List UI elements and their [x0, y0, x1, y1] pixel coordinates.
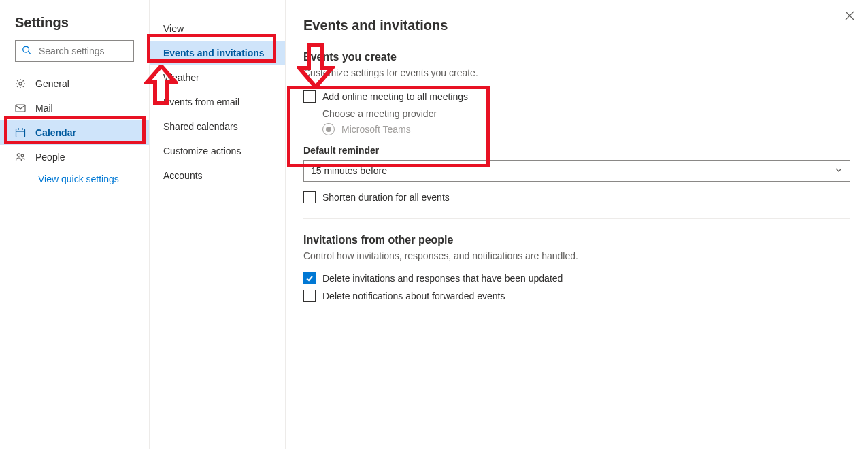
mid-item-events-email[interactable]: Events from email	[150, 90, 285, 114]
checkbox-shorten-duration-label: Shorten duration for all events	[322, 192, 450, 203]
mid-item-customize-actions[interactable]: Customize actions	[150, 139, 285, 163]
page-title: Events and invitations	[303, 18, 850, 33]
mid-item-view[interactable]: View	[150, 16, 285, 41]
section-divider	[303, 218, 850, 219]
checkbox-delete-invitations[interactable]	[303, 272, 316, 284]
default-reminder-select[interactable]: 15 minutes before	[303, 160, 850, 182]
chevron-down-icon	[835, 165, 843, 176]
default-reminder-label: Default reminder	[303, 145, 850, 156]
people-icon	[15, 152, 26, 163]
checkbox-delete-notifications[interactable]	[303, 290, 316, 302]
section-invitations-head: Invitations from other people	[303, 234, 850, 246]
radio-teams-label: Microsoft Teams	[341, 124, 411, 135]
nav-label: Calendar	[35, 127, 76, 138]
svg-rect-3	[16, 105, 25, 112]
section-invitations-sub: Control how invitations, responses, and …	[303, 250, 850, 261]
checkbox-add-online-meeting[interactable]	[303, 90, 316, 103]
svg-point-9	[21, 154, 24, 157]
nav-label: General	[35, 78, 69, 89]
gear-icon	[15, 78, 26, 89]
mid-item-weather[interactable]: Weather	[150, 65, 285, 90]
mid-item-events-invitations[interactable]: Events and invitations	[150, 41, 285, 65]
search-input[interactable]	[15, 40, 134, 62]
nav-item-people[interactable]: People	[0, 145, 149, 169]
default-reminder-value: 15 minutes before	[311, 165, 387, 176]
section-events-you-create-head: Events you create	[303, 51, 850, 63]
view-quick-settings-link[interactable]: View quick settings	[38, 173, 134, 184]
section-events-you-create-sub: Customize settings for events you create…	[303, 67, 850, 78]
calendar-icon	[15, 127, 26, 138]
mail-icon	[15, 103, 26, 114]
checkbox-shorten-duration[interactable]	[303, 191, 316, 203]
nav-label: People	[35, 152, 65, 163]
choose-provider-label: Choose a meeting provider	[322, 108, 850, 119]
nav-label: Mail	[35, 103, 53, 114]
search-icon	[22, 46, 31, 57]
close-button[interactable]	[845, 11, 854, 22]
svg-point-8	[17, 154, 20, 156]
nav-item-general[interactable]: General	[0, 71, 149, 96]
svg-point-0	[23, 46, 29, 52]
checkbox-add-online-meeting-label: Add online meeting to all meetings	[322, 91, 468, 102]
radio-teams[interactable]	[322, 123, 335, 135]
checkbox-delete-invitations-label: Delete invitations and responses that ha…	[322, 273, 563, 284]
mid-item-shared-calendars[interactable]: Shared calendars	[150, 114, 285, 139]
svg-point-2	[19, 82, 22, 85]
checkbox-delete-notifications-label: Delete notifications about forwarded eve…	[322, 290, 505, 301]
settings-title: Settings	[15, 15, 149, 31]
nav-item-calendar[interactable]: Calendar	[0, 120, 149, 145]
svg-rect-4	[16, 129, 25, 137]
svg-line-1	[29, 52, 31, 54]
nav-item-mail[interactable]: Mail	[0, 96, 149, 120]
mid-item-accounts[interactable]: Accounts	[150, 163, 285, 188]
